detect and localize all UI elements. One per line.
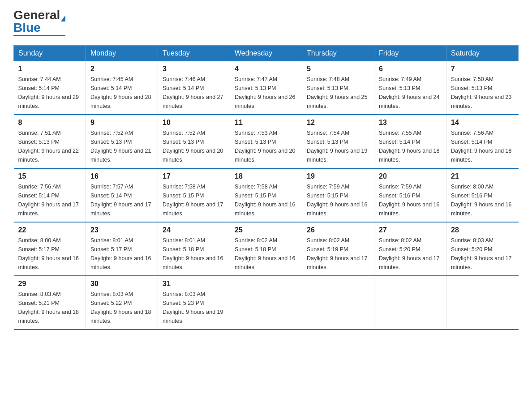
day-number: 30 bbox=[90, 280, 153, 288]
calendar-cell: 23 Sunrise: 8:01 AM Sunset: 5:17 PM Dayl… bbox=[86, 222, 158, 276]
day-info: Sunrise: 8:01 AM Sunset: 5:18 PM Dayligh… bbox=[163, 237, 223, 270]
calendar-cell: 16 Sunrise: 7:57 AM Sunset: 5:14 PM Dayl… bbox=[86, 168, 158, 222]
day-number: 15 bbox=[18, 172, 82, 180]
calendar-cell: 19 Sunrise: 7:59 AM Sunset: 5:15 PM Dayl… bbox=[302, 168, 374, 222]
logo-text: General Blue bbox=[13, 9, 65, 34]
day-info: Sunrise: 7:50 AM Sunset: 5:13 PM Dayligh… bbox=[451, 76, 512, 109]
calendar-cell: 24 Sunrise: 8:01 AM Sunset: 5:18 PM Dayl… bbox=[158, 222, 230, 276]
day-number: 22 bbox=[18, 226, 82, 234]
calendar-cell: 25 Sunrise: 8:02 AM Sunset: 5:18 PM Dayl… bbox=[230, 222, 302, 276]
calendar-cell: 15 Sunrise: 7:56 AM Sunset: 5:14 PM Dayl… bbox=[14, 168, 86, 222]
day-info: Sunrise: 7:47 AM Sunset: 5:13 PM Dayligh… bbox=[235, 76, 296, 109]
day-number: 11 bbox=[235, 119, 297, 127]
calendar-cell: 28 Sunrise: 8:03 AM Sunset: 5:20 PM Dayl… bbox=[446, 222, 519, 276]
day-number: 29 bbox=[18, 280, 82, 288]
calendar-cell: 27 Sunrise: 8:02 AM Sunset: 5:20 PM Dayl… bbox=[374, 222, 446, 276]
calendar-cell: 6 Sunrise: 7:49 AM Sunset: 5:13 PM Dayli… bbox=[374, 61, 446, 115]
day-number: 9 bbox=[90, 119, 153, 127]
logo-underline bbox=[13, 35, 65, 36]
calendar-cell bbox=[302, 276, 374, 330]
day-info: Sunrise: 7:56 AM Sunset: 5:14 PM Dayligh… bbox=[18, 184, 79, 217]
day-info: Sunrise: 7:59 AM Sunset: 5:15 PM Dayligh… bbox=[307, 184, 368, 217]
day-number: 4 bbox=[235, 65, 297, 73]
calendar-week-4: 22 Sunrise: 8:00 AM Sunset: 5:17 PM Dayl… bbox=[14, 222, 519, 276]
day-number: 13 bbox=[379, 119, 442, 127]
day-info: Sunrise: 7:46 AM Sunset: 5:14 PM Dayligh… bbox=[163, 76, 223, 109]
calendar-week-5: 29 Sunrise: 8:03 AM Sunset: 5:21 PM Dayl… bbox=[14, 276, 519, 330]
day-info: Sunrise: 8:02 AM Sunset: 5:20 PM Dayligh… bbox=[379, 237, 440, 270]
day-info: Sunrise: 8:00 AM Sunset: 5:16 PM Dayligh… bbox=[451, 184, 512, 217]
day-info: Sunrise: 8:00 AM Sunset: 5:17 PM Dayligh… bbox=[18, 237, 79, 270]
day-header-sunday: Sunday bbox=[14, 46, 86, 61]
calendar-cell: 7 Sunrise: 7:50 AM Sunset: 5:13 PM Dayli… bbox=[446, 61, 519, 115]
day-info: Sunrise: 7:48 AM Sunset: 5:13 PM Dayligh… bbox=[307, 76, 368, 109]
day-number: 27 bbox=[379, 226, 442, 234]
day-info: Sunrise: 7:58 AM Sunset: 5:15 PM Dayligh… bbox=[235, 184, 296, 217]
day-info: Sunrise: 7:55 AM Sunset: 5:14 PM Dayligh… bbox=[379, 130, 440, 163]
day-info: Sunrise: 8:03 AM Sunset: 5:22 PM Dayligh… bbox=[90, 291, 151, 324]
calendar-cell: 12 Sunrise: 7:54 AM Sunset: 5:13 PM Dayl… bbox=[302, 115, 374, 168]
day-info: Sunrise: 7:52 AM Sunset: 5:13 PM Dayligh… bbox=[163, 130, 223, 163]
day-info: Sunrise: 8:03 AM Sunset: 5:20 PM Dayligh… bbox=[451, 237, 512, 270]
day-number: 2 bbox=[90, 65, 153, 73]
calendar-cell: 13 Sunrise: 7:55 AM Sunset: 5:14 PM Dayl… bbox=[374, 115, 446, 168]
calendar-cell: 10 Sunrise: 7:52 AM Sunset: 5:13 PM Dayl… bbox=[158, 115, 230, 168]
calendar-cell: 2 Sunrise: 7:45 AM Sunset: 5:14 PM Dayli… bbox=[86, 61, 158, 115]
day-info: Sunrise: 8:01 AM Sunset: 5:17 PM Dayligh… bbox=[90, 237, 151, 270]
day-number: 16 bbox=[90, 172, 153, 180]
day-number: 10 bbox=[163, 119, 225, 127]
day-info: Sunrise: 7:52 AM Sunset: 5:13 PM Dayligh… bbox=[90, 130, 151, 163]
day-info: Sunrise: 7:58 AM Sunset: 5:15 PM Dayligh… bbox=[163, 184, 223, 217]
day-number: 28 bbox=[451, 226, 514, 234]
calendar-cell: 1 Sunrise: 7:44 AM Sunset: 5:14 PM Dayli… bbox=[14, 61, 86, 115]
calendar-week-2: 8 Sunrise: 7:51 AM Sunset: 5:13 PM Dayli… bbox=[14, 115, 519, 168]
calendar-cell: 17 Sunrise: 7:58 AM Sunset: 5:15 PM Dayl… bbox=[158, 168, 230, 222]
day-number: 26 bbox=[307, 226, 369, 234]
day-number: 23 bbox=[90, 226, 153, 234]
day-header-saturday: Saturday bbox=[446, 46, 519, 61]
page-header: General Blue bbox=[13, 9, 519, 36]
day-info: Sunrise: 8:02 AM Sunset: 5:18 PM Dayligh… bbox=[235, 237, 296, 270]
day-header-monday: Monday bbox=[86, 46, 158, 61]
day-number: 3 bbox=[163, 65, 225, 73]
day-header-thursday: Thursday bbox=[302, 46, 374, 61]
day-info: Sunrise: 7:59 AM Sunset: 5:16 PM Dayligh… bbox=[379, 184, 440, 217]
day-info: Sunrise: 7:51 AM Sunset: 5:13 PM Dayligh… bbox=[18, 130, 79, 163]
calendar-cell: 22 Sunrise: 8:00 AM Sunset: 5:17 PM Dayl… bbox=[14, 222, 86, 276]
calendar-cell bbox=[374, 276, 446, 330]
day-number: 8 bbox=[18, 119, 82, 127]
day-number: 7 bbox=[451, 65, 514, 73]
calendar-cell: 20 Sunrise: 7:59 AM Sunset: 5:16 PM Dayl… bbox=[374, 168, 446, 222]
calendar-cell: 31 Sunrise: 8:03 AM Sunset: 5:23 PM Dayl… bbox=[158, 276, 230, 330]
day-info: Sunrise: 7:49 AM Sunset: 5:13 PM Dayligh… bbox=[379, 76, 440, 109]
calendar-cell: 30 Sunrise: 8:03 AM Sunset: 5:22 PM Dayl… bbox=[86, 276, 158, 330]
day-info: Sunrise: 7:44 AM Sunset: 5:14 PM Dayligh… bbox=[18, 76, 79, 109]
day-info: Sunrise: 7:57 AM Sunset: 5:14 PM Dayligh… bbox=[90, 184, 151, 217]
calendar-table: SundayMondayTuesdayWednesdayThursdayFrid… bbox=[13, 45, 519, 330]
day-header-tuesday: Tuesday bbox=[158, 46, 230, 61]
day-number: 12 bbox=[307, 119, 369, 127]
day-info: Sunrise: 7:53 AM Sunset: 5:13 PM Dayligh… bbox=[235, 130, 296, 163]
logo-blue-text: Blue bbox=[13, 21, 41, 34]
day-number: 14 bbox=[451, 119, 514, 127]
day-header-friday: Friday bbox=[374, 46, 446, 61]
calendar-cell: 4 Sunrise: 7:47 AM Sunset: 5:13 PM Dayli… bbox=[230, 61, 302, 115]
day-number: 18 bbox=[235, 172, 297, 180]
calendar-week-3: 15 Sunrise: 7:56 AM Sunset: 5:14 PM Dayl… bbox=[14, 168, 519, 222]
calendar-cell: 3 Sunrise: 7:46 AM Sunset: 5:14 PM Dayli… bbox=[158, 61, 230, 115]
day-info: Sunrise: 7:54 AM Sunset: 5:13 PM Dayligh… bbox=[307, 130, 368, 163]
calendar-cell: 29 Sunrise: 8:03 AM Sunset: 5:21 PM Dayl… bbox=[14, 276, 86, 330]
day-info: Sunrise: 8:03 AM Sunset: 5:23 PM Dayligh… bbox=[163, 291, 223, 324]
calendar-week-1: 1 Sunrise: 7:44 AM Sunset: 5:14 PM Dayli… bbox=[14, 61, 519, 115]
day-number: 24 bbox=[163, 226, 225, 234]
day-number: 5 bbox=[307, 65, 369, 73]
calendar-cell bbox=[230, 276, 302, 330]
calendar-cell: 11 Sunrise: 7:53 AM Sunset: 5:13 PM Dayl… bbox=[230, 115, 302, 168]
calendar-cell bbox=[446, 276, 519, 330]
day-number: 17 bbox=[163, 172, 225, 180]
calendar-cell: 5 Sunrise: 7:48 AM Sunset: 5:13 PM Dayli… bbox=[302, 61, 374, 115]
day-header-wednesday: Wednesday bbox=[230, 46, 302, 61]
day-number: 20 bbox=[379, 172, 442, 180]
calendar-cell: 26 Sunrise: 8:02 AM Sunset: 5:19 PM Dayl… bbox=[302, 222, 374, 276]
day-number: 31 bbox=[163, 280, 225, 288]
